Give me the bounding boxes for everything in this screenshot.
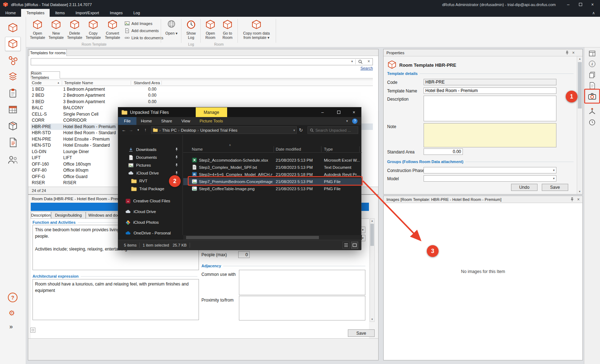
architectural-text-box[interactable]: Room should have a luxurious, calm and r… (32, 279, 199, 320)
pin-icon[interactable] (570, 197, 574, 202)
settings-button[interactable]: ⚙ (9, 309, 15, 317)
file-row-selected[interactable]: Step7_PremiumBedroom-ConceptImage...21/0… (183, 178, 362, 185)
properties-save-button[interactable]: Save (542, 184, 568, 191)
manage-ribbon-tab[interactable]: Manage (196, 107, 227, 117)
thumbnail-view-icon[interactable] (351, 242, 358, 249)
recent-locations-icon[interactable]: ▾ (135, 128, 142, 132)
clear-search-icon[interactable]: × (368, 59, 370, 64)
explorer-maximize-button[interactable] (331, 109, 346, 116)
ribbon-expand-icon[interactable]: ▾ (346, 119, 348, 123)
copy-room-data-button[interactable]: Copy room data from template ▾ (239, 19, 274, 42)
file-row[interactable]: Step3+4+5+6_Complex_Model_ARCH.rvt21/08/… (183, 171, 362, 178)
explorer-tab-share[interactable]: Share (156, 117, 177, 125)
help-button[interactable]: ? (8, 293, 18, 302)
expand-sidebar-button[interactable]: » (9, 323, 13, 330)
scroll-thumb[interactable] (370, 224, 374, 246)
scroll-up-icon[interactable]: ▲ (370, 219, 374, 223)
close-panel-icon[interactable]: × (577, 197, 580, 202)
room-data-save-button[interactable]: Save (348, 329, 375, 337)
template-search-input[interactable] (31, 58, 373, 65)
templates-table-header[interactable]: Code ▲ Template Name Standard Area (31, 80, 373, 86)
description-textarea[interactable] (424, 96, 556, 121)
link-documents-button[interactable]: Link to documents (125, 35, 163, 41)
note-textarea[interactable] (424, 123, 556, 147)
help-icon[interactable]: ? (352, 118, 358, 124)
sidebar-item-templates[interactable] (5, 37, 21, 51)
tab-templates-for-rooms[interactable]: Templates for rooms (29, 49, 67, 56)
tab-description[interactable]: Description (31, 212, 51, 218)
tab-import-export[interactable]: Import/Export (70, 9, 104, 17)
list-view-icon[interactable] (342, 242, 350, 249)
layout-toggle-icon[interactable] (30, 328, 35, 333)
camera-icon[interactable] (588, 92, 596, 101)
scroll-thumb[interactable] (186, 236, 319, 239)
col-code[interactable]: Code (32, 81, 42, 85)
sidebar-item-products[interactable] (5, 119, 21, 133)
table-row[interactable]: 3 BED3 Bedroom Apartment0.00 (31, 98, 373, 105)
sidebar-item-tables[interactable] (5, 102, 21, 117)
open-www-button[interactable]: Open ▾ (163, 19, 180, 42)
address-bar[interactable]: › This PC › Desktop › Unpacked Trial Fil… (151, 126, 297, 134)
tab-home[interactable]: Home (0, 9, 21, 17)
documents-panel-icon[interactable] (589, 82, 596, 89)
undo-button[interactable]: Undo (511, 184, 538, 191)
forward-icon[interactable]: → (128, 127, 135, 132)
delete-template-button[interactable]: Delete Template (66, 19, 84, 42)
explorer-search-box[interactable] (308, 126, 358, 134)
breadcrumb-this-pc[interactable]: This PC (162, 128, 177, 132)
col-name[interactable]: Name (192, 147, 203, 151)
open-template-button[interactable]: Open Template (29, 19, 46, 42)
common-use-textarea[interactable] (239, 270, 365, 295)
nav-icloud-photos[interactable]: iCloud Photos (125, 219, 159, 226)
template-name-input[interactable] (424, 87, 556, 94)
standard-area-input[interactable] (424, 148, 463, 155)
file-row[interactable]: Step2_Accommodation-Schedule.xlsx21/08/2… (183, 157, 362, 164)
back-icon[interactable]: ← (120, 127, 128, 132)
table-row[interactable]: 1 BED1 Bedroom Apartment0.00 (31, 86, 373, 92)
construction-phase-select[interactable]: ▾ (424, 167, 556, 173)
new-template-button[interactable]: New Template (47, 19, 65, 42)
explorer-tab-picture-tools[interactable]: Picture Tools (195, 117, 228, 125)
proximity-textarea[interactable] (239, 296, 365, 320)
file-row[interactable]: Step8_CoffeeTable-Image.png21/08/2023 5:… (183, 185, 362, 192)
nav-creative-cloud[interactable]: Creative Cloud Files (125, 197, 170, 204)
explorer-tab-view[interactable]: View (177, 117, 195, 125)
convert-template-button[interactable]: Convert Template (103, 19, 122, 42)
add-documents-button[interactable]: Add documents (125, 27, 159, 34)
explorer-titlebar[interactable]: Unpacked Trial Files Manage – × (118, 107, 361, 117)
tab-log[interactable]: Log (128, 9, 145, 17)
col-template-name[interactable]: Template Name (64, 81, 93, 85)
nav-rvt-folder[interactable]: RVT (131, 177, 148, 184)
open-room-button[interactable]: Open Room (202, 19, 219, 42)
people-max-input[interactable] (238, 251, 250, 258)
sidebar-item-contacts[interactable] (5, 153, 21, 167)
sidebar-item-checklists[interactable] (5, 86, 21, 100)
nav-trial-package-folder[interactable]: Trial Package (131, 185, 164, 192)
nav-pictures[interactable]: Pictures (128, 162, 151, 169)
explorer-search-input[interactable] (315, 128, 355, 132)
nav-icloud-drive-2[interactable]: iCloud Drive (125, 208, 156, 215)
axis-3d-icon[interactable] (588, 107, 596, 116)
tab-images[interactable]: Images (104, 9, 128, 17)
search-icon[interactable] (358, 59, 363, 64)
nav-icloud-drive[interactable]: iCloud Drive (128, 170, 159, 177)
refresh-icon[interactable]: ↻ (299, 127, 303, 133)
col-standard-area[interactable]: Standard Area (133, 81, 160, 85)
info-icon[interactable]: i (589, 61, 595, 67)
go-to-room-button[interactable]: Go to Room (219, 19, 236, 42)
breadcrumb-desktop[interactable]: Desktop (181, 128, 196, 132)
pin-icon[interactable] (565, 51, 569, 55)
code-input[interactable] (424, 79, 556, 85)
room-data-scrollbar[interactable]: ▲ ▼ (370, 218, 375, 322)
minimize-button[interactable]: – (564, 1, 573, 8)
col-date-modified[interactable]: Date modified (276, 147, 301, 151)
add-images-button[interactable]: Add Images (125, 20, 152, 27)
copy-template-button[interactable]: Copy Template (84, 19, 102, 42)
copy-pages-icon[interactable] (589, 71, 596, 79)
breadcrumb-current[interactable]: Unpacked Trial Files (200, 128, 238, 132)
tab-items[interactable]: Items (50, 9, 70, 17)
collapse-ribbon-icon[interactable]: ∧ (587, 9, 600, 17)
tab-templates[interactable]: Templates (21, 9, 50, 17)
file-explorer-window[interactable]: Unpacked Trial Files Manage – × File Hom… (118, 107, 361, 250)
maximize-button[interactable] (576, 1, 585, 8)
